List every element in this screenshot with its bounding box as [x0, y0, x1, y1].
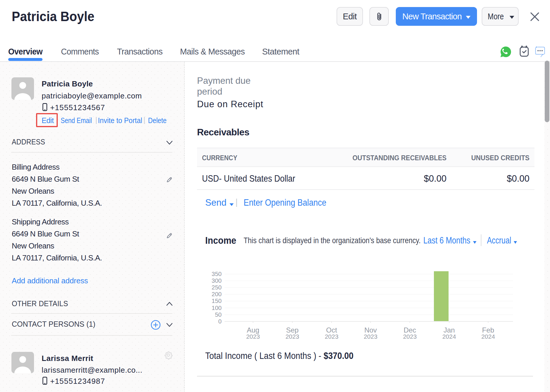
svg-text:2023: 2023 — [325, 333, 339, 340]
svg-text:200: 200 — [212, 291, 222, 297]
svg-text:Oct: Oct — [326, 326, 337, 334]
svg-text:300: 300 — [212, 277, 222, 284]
svg-text:2023: 2023 — [286, 333, 299, 340]
svg-text:2024: 2024 — [481, 333, 495, 340]
svg-text:Nov: Nov — [364, 326, 377, 334]
svg-text:2023: 2023 — [403, 333, 417, 340]
svg-text:50: 50 — [215, 311, 222, 318]
svg-text:Aug: Aug — [247, 326, 259, 334]
svg-text:Jan: Jan — [444, 326, 455, 334]
svg-text:250: 250 — [212, 284, 222, 291]
svg-text:Sep: Sep — [286, 326, 299, 334]
svg-text:Feb: Feb — [482, 326, 494, 334]
svg-text:2024: 2024 — [442, 333, 456, 340]
svg-text:100: 100 — [212, 304, 222, 311]
svg-text:350: 350 — [212, 270, 222, 277]
svg-text:0: 0 — [218, 318, 222, 325]
svg-text:150: 150 — [212, 297, 222, 304]
svg-text:2023: 2023 — [246, 333, 260, 340]
svg-text:2023: 2023 — [364, 333, 378, 340]
svg-text:Dec: Dec — [404, 326, 416, 334]
